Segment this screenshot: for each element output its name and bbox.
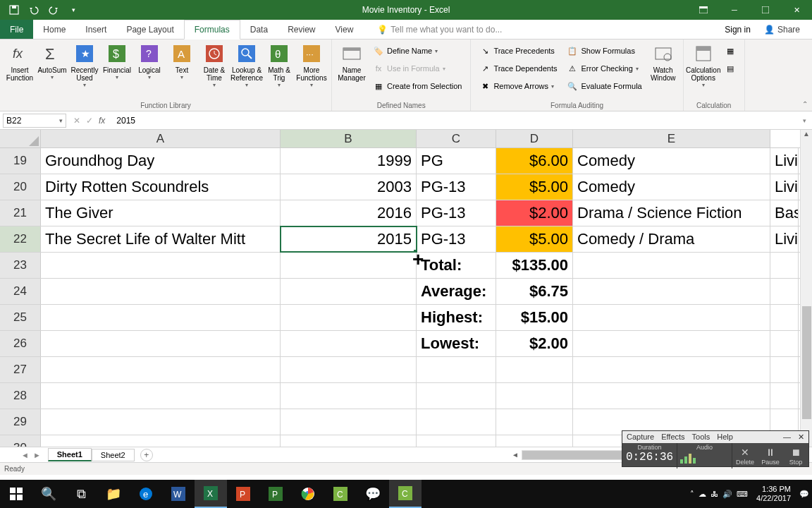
cell[interactable]	[41, 279, 281, 304]
cancel-icon[interactable]: ✕	[73, 116, 80, 126]
recorder-menu-item[interactable]: Capture	[627, 433, 654, 442]
recorder-stop-button[interactable]: ⏹Stop	[783, 443, 808, 468]
text-button[interactable]: AText▾	[166, 41, 197, 96]
cell[interactable]	[281, 409, 417, 435]
save-icon[interactable]	[6, 1, 23, 18]
tell-me-search[interactable]: 💡Tell me what you want to do...	[363, 20, 502, 39]
calc-now-button[interactable]: ▦	[720, 42, 740, 59]
row-header[interactable]: 26	[0, 331, 41, 356]
sheet-prev-icon[interactable]: ◄	[21, 451, 29, 459]
cell[interactable]	[573, 383, 770, 409]
watch-window-button[interactable]: Watch Window	[648, 41, 679, 96]
row-header[interactable]: 25	[0, 305, 41, 330]
cell[interactable]	[417, 357, 496, 382]
clock[interactable]: 1:36 PM 4/22/2017	[752, 485, 795, 503]
cell[interactable]	[41, 409, 281, 435]
name-box[interactable]: B22▾	[3, 114, 66, 128]
row-header[interactable]: 27	[0, 357, 41, 382]
remove-arrows-button[interactable]: ✖Remove Arrows ▾	[475, 78, 561, 95]
cell[interactable]	[417, 435, 496, 447]
share-button[interactable]: 👤Share	[758, 23, 806, 37]
undo-icon[interactable]	[25, 1, 42, 18]
cell[interactable]: 2003	[281, 174, 417, 200]
cell[interactable]: The Secret Life of Walter Mitt	[41, 226, 281, 252]
row-header[interactable]: 23	[0, 253, 41, 278]
lookup-reference-button[interactable]: Lookup & Reference▾	[231, 41, 262, 96]
math-trig-button[interactable]: θMath & Trig▾	[264, 41, 295, 96]
cell[interactable]	[770, 331, 799, 356]
search-icon[interactable]: 🔍	[32, 480, 65, 508]
autosum-button[interactable]: ΣAutoSum▾	[37, 41, 68, 96]
cell[interactable]: Bas	[770, 200, 799, 226]
cell[interactable]	[770, 279, 799, 304]
cell[interactable]: $15.00	[496, 305, 573, 330]
fx-icon[interactable]: fx	[99, 116, 105, 126]
sheet-next-icon[interactable]: ►	[33, 451, 41, 459]
sheet-tab[interactable]: Sheet2	[92, 449, 135, 461]
tab-home[interactable]: Home	[33, 20, 75, 39]
cell[interactable]: Comedy / Drama	[573, 226, 770, 252]
cell[interactable]: The Giver	[41, 200, 281, 226]
row-header[interactable]: 19	[0, 148, 41, 174]
vertical-scrollbar[interactable]: ▲ ▼	[800, 130, 812, 447]
logical-button[interactable]: ?Logical▾	[134, 41, 165, 96]
task-view-icon[interactable]: ⧉	[65, 480, 97, 508]
insert-function-button[interactable]: fxInsert Function	[4, 41, 35, 96]
tab-file[interactable]: File	[0, 20, 33, 39]
recorder-menu-item[interactable]: Tools	[692, 433, 710, 442]
financial-button[interactable]: $Financial▾	[102, 41, 133, 96]
cell[interactable]	[496, 383, 573, 409]
cell[interactable]	[281, 305, 417, 330]
cell[interactable]	[417, 383, 496, 409]
show-formulas-button[interactable]: 📋Show Formulas	[562, 42, 646, 59]
cell[interactable]: $2.00	[496, 331, 573, 356]
volume-icon[interactable]: 🔊	[722, 490, 732, 499]
cell[interactable]: $6.75	[496, 279, 573, 304]
date-time-button[interactable]: Date & Time▾	[199, 41, 230, 96]
redo-icon[interactable]	[45, 1, 62, 18]
column-header[interactable]: C	[417, 130, 496, 147]
cell[interactable]: Comedy	[573, 174, 770, 200]
cell[interactable]	[496, 435, 573, 447]
excel-icon[interactable]: X	[195, 480, 227, 508]
spreadsheet-grid[interactable]: A B C D E 19 Groundhog Day 1999 PG $6.00…	[0, 130, 812, 447]
cell[interactable]: 2015	[281, 226, 417, 252]
recently-used-button[interactable]: ★Recently Used▾	[69, 41, 100, 96]
cell[interactable]: $5.00	[496, 226, 573, 252]
expand-formula-icon[interactable]: ▾	[797, 117, 812, 124]
cell[interactable]	[496, 409, 573, 435]
cell[interactable]: Groundhog Day	[41, 148, 281, 174]
cell[interactable]	[281, 279, 417, 304]
recorder-pause-button[interactable]: ⏸Pause	[758, 443, 783, 468]
tab-formulas[interactable]: Formulas	[184, 20, 240, 40]
cell[interactable]	[41, 383, 281, 409]
tab-review[interactable]: Review	[278, 20, 325, 39]
cell[interactable]	[573, 331, 770, 356]
recorder-delete-button[interactable]: ✕Delete	[732, 443, 758, 468]
cell[interactable]: $5.00	[496, 174, 573, 200]
cell[interactable]	[573, 279, 770, 304]
project-icon[interactable]: P	[259, 480, 292, 508]
error-checking-button[interactable]: ⚠Error Checking ▾	[562, 60, 646, 77]
maximize-button[interactable]	[750, 0, 781, 20]
edge-icon[interactable]: e	[130, 480, 162, 508]
keyboard-icon[interactable]: ⌨	[737, 490, 748, 499]
calculation-options-button[interactable]: Calculation Options▾	[688, 41, 719, 96]
column-header[interactable]: B	[281, 130, 417, 147]
cell[interactable]: Highest:	[417, 305, 496, 330]
cell[interactable]: $135.00	[496, 253, 573, 278]
cell[interactable]	[281, 383, 417, 409]
cell[interactable]	[496, 357, 573, 382]
cell[interactable]	[573, 253, 770, 278]
cell[interactable]: Lowest:	[417, 331, 496, 356]
ribbon-display-icon[interactable]	[688, 0, 719, 20]
tab-view[interactable]: View	[326, 20, 364, 39]
cell[interactable]	[573, 305, 770, 330]
cell[interactable]	[770, 357, 799, 382]
cell[interactable]	[770, 305, 799, 330]
cell[interactable]	[770, 383, 799, 409]
cell[interactable]	[281, 331, 417, 356]
cell[interactable]: PG-13	[417, 174, 496, 200]
row-header[interactable]: 29	[0, 409, 41, 435]
sign-in-link[interactable]: Sign in	[725, 25, 751, 35]
